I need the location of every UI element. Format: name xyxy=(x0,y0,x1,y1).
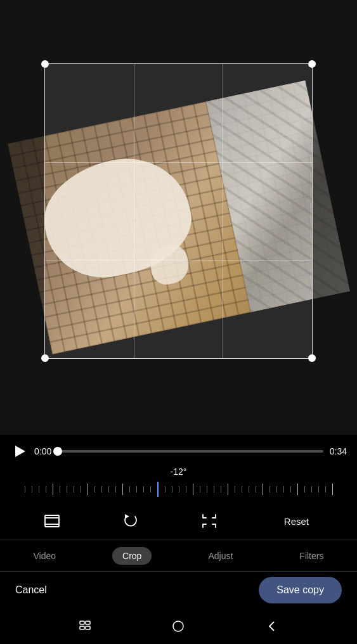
timeline-row: 0:00 0:34 xyxy=(0,435,357,464)
back-button[interactable] xyxy=(262,616,282,636)
tick xyxy=(186,486,186,493)
aspect-ratio-button[interactable] xyxy=(41,510,63,532)
tick xyxy=(304,486,305,493)
tick xyxy=(53,484,53,495)
handle-top-left[interactable] xyxy=(41,60,49,68)
crop-mask-top xyxy=(0,0,357,63)
tick xyxy=(165,486,166,493)
flip-icon xyxy=(198,510,221,532)
tab-video[interactable]: Video xyxy=(23,547,67,565)
tick xyxy=(46,486,46,493)
svg-marker-1 xyxy=(125,514,129,518)
tick xyxy=(200,486,200,493)
tool-row: Reset xyxy=(0,503,357,539)
cancel-button[interactable]: Cancel xyxy=(15,584,47,596)
tick xyxy=(101,486,102,493)
tick xyxy=(67,486,67,493)
tick xyxy=(269,486,270,493)
time-end: 0:34 xyxy=(330,446,347,456)
action-bar: Cancel Save copy xyxy=(0,572,357,611)
home-button[interactable] xyxy=(168,616,188,636)
tick xyxy=(311,486,312,493)
svg-rect-3 xyxy=(86,621,90,624)
handle-top-right[interactable] xyxy=(308,60,316,68)
tick xyxy=(332,484,333,495)
crop-mask-left xyxy=(0,63,44,359)
tab-bar: Video Crop Adjust Filters xyxy=(0,539,357,571)
play-button[interactable] xyxy=(10,442,28,460)
crop-mask-right xyxy=(313,63,357,359)
flip-button[interactable] xyxy=(198,510,221,532)
tick xyxy=(39,486,39,493)
timeline-thumb[interactable] xyxy=(53,447,62,456)
tick xyxy=(256,486,256,493)
handle-bottom-left[interactable] xyxy=(41,354,49,362)
tick xyxy=(172,486,172,493)
tick xyxy=(242,486,242,493)
controls-area: 0:00 0:34 -12° xyxy=(0,435,357,644)
crop-grid xyxy=(45,64,312,358)
tick xyxy=(108,486,109,493)
tick xyxy=(143,486,144,493)
tick xyxy=(297,484,298,495)
tick-active xyxy=(157,482,159,497)
tick xyxy=(228,484,228,495)
tick xyxy=(249,486,249,493)
tick xyxy=(60,486,60,493)
rotate-button[interactable] xyxy=(119,510,142,532)
tick xyxy=(263,484,263,495)
tick xyxy=(122,484,123,495)
tick xyxy=(235,486,235,493)
grid-line-v2 xyxy=(223,64,223,358)
ruler-ticks xyxy=(8,478,349,501)
tab-adjust[interactable]: Adjust xyxy=(198,547,243,565)
play-icon xyxy=(15,446,25,457)
recent-apps-button[interactable] xyxy=(75,616,95,636)
timeline-track[interactable] xyxy=(58,450,323,453)
aspect-ratio-icon xyxy=(41,510,63,532)
tick xyxy=(88,484,88,495)
tick xyxy=(214,486,214,493)
tick xyxy=(129,486,130,493)
tab-crop[interactable]: Crop xyxy=(112,547,152,565)
time-start: 0:00 xyxy=(34,446,51,456)
tick xyxy=(136,486,137,493)
tick xyxy=(25,486,25,493)
tick xyxy=(221,486,221,493)
tick xyxy=(276,486,277,493)
app-container: 0:00 0:34 -12° xyxy=(0,0,357,644)
grid-line-h1 xyxy=(45,162,312,163)
crop-overlay xyxy=(0,0,357,435)
tick xyxy=(179,486,179,493)
tick xyxy=(81,486,81,493)
rotate-icon xyxy=(119,510,142,532)
tick xyxy=(94,486,95,493)
tick xyxy=(150,486,151,493)
svg-rect-4 xyxy=(80,626,84,629)
svg-point-6 xyxy=(173,621,183,631)
tick xyxy=(115,486,116,493)
tick xyxy=(290,486,291,493)
svg-rect-0 xyxy=(45,515,59,527)
tick xyxy=(193,484,193,495)
ruler-container[interactable] xyxy=(8,478,349,501)
tick xyxy=(207,486,207,493)
tick xyxy=(318,486,319,493)
handle-bottom-right[interactable] xyxy=(308,354,316,362)
save-copy-button[interactable]: Save copy xyxy=(259,577,342,603)
crop-mask-bottom xyxy=(0,359,357,435)
tab-filters[interactable]: Filters xyxy=(289,547,334,565)
angle-display: -12° xyxy=(0,467,357,477)
tick xyxy=(283,486,284,493)
crop-rect[interactable] xyxy=(44,63,313,359)
tick xyxy=(74,486,74,493)
svg-rect-5 xyxy=(86,626,90,629)
image-area xyxy=(0,0,357,435)
tick xyxy=(32,486,32,493)
system-nav-bar xyxy=(0,611,357,644)
reset-button[interactable]: Reset xyxy=(276,511,316,532)
tick xyxy=(325,486,326,493)
grid-line-v1 xyxy=(134,64,134,358)
svg-rect-2 xyxy=(80,621,84,624)
grid-line-h2 xyxy=(45,260,312,261)
